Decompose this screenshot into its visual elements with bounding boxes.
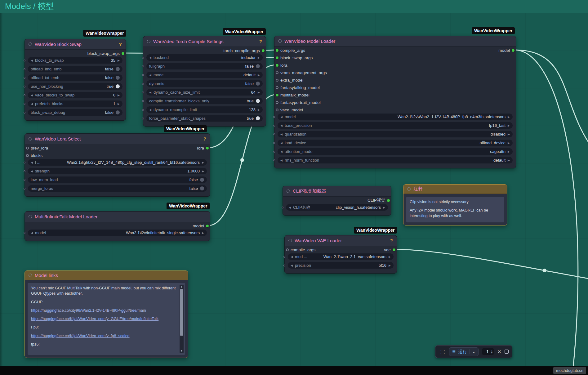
decrement-arrow-icon[interactable]: ◀ xyxy=(149,74,151,77)
toggle-widget[interactable]: offload_img_embfalse xyxy=(28,66,122,72)
collapse-dot[interactable] xyxy=(288,239,292,242)
input-dot[interactable] xyxy=(276,71,278,74)
output-dot[interactable] xyxy=(206,225,209,227)
collapse-dot[interactable] xyxy=(278,39,282,43)
widget-input-dot[interactable] xyxy=(142,65,144,67)
increment-arrow-icon[interactable]: ▶ xyxy=(508,133,510,136)
input-dot[interactable] xyxy=(26,154,29,157)
toggle-knob[interactable] xyxy=(256,82,260,86)
drag-handle-icon[interactable]: ⋮⋮ xyxy=(439,349,446,354)
decrement-arrow-icon[interactable]: ◀ xyxy=(289,206,291,209)
decrement-arrow-icon[interactable]: ◀ xyxy=(280,141,283,145)
toggle-knob[interactable] xyxy=(200,178,204,182)
toggle-widget[interactable]: merge_lorasfalse xyxy=(28,185,207,192)
input-dot[interactable] xyxy=(276,94,278,96)
input-dot[interactable] xyxy=(26,147,29,150)
combo-widget[interactable]: ◀quantizationdisabled▶ xyxy=(278,131,513,137)
toggle-widget[interactable]: use_non_blockingtrue xyxy=(28,83,122,90)
widget-input-dot[interactable] xyxy=(273,116,275,118)
widget-input-dot[interactable] xyxy=(273,133,275,135)
close-icon[interactable]: ✕ xyxy=(497,349,501,355)
widget-input-dot[interactable] xyxy=(142,74,144,76)
scroll-down-icon[interactable]: ▼ xyxy=(180,349,184,353)
widget-input-dot[interactable] xyxy=(24,232,25,234)
widget-input-dot[interactable] xyxy=(24,77,25,79)
widget-input-dot[interactable] xyxy=(24,188,25,190)
increment-arrow-icon[interactable]: ▶ xyxy=(202,161,204,164)
widget-input-dot[interactable] xyxy=(142,57,144,59)
widget-input-dot[interactable] xyxy=(282,207,283,208)
combo-widget[interactable]: ◀attention_modesageattn▶ xyxy=(278,148,513,155)
combo-widget[interactable]: ◀mod ...Wan_2.1\wan_2.1_vae.safetensors▶ xyxy=(288,253,394,260)
collapse-dot[interactable] xyxy=(29,137,32,141)
widget-input-dot[interactable] xyxy=(273,159,275,161)
scroll-thumb[interactable] xyxy=(180,289,183,336)
stepper-down-icon[interactable]: ▾ xyxy=(491,352,492,354)
combo-widget[interactable]: ◀vace_blocks_to_swap0▶ xyxy=(28,92,122,98)
decrement-arrow-icon[interactable]: ◀ xyxy=(280,124,283,127)
toggle-knob[interactable] xyxy=(116,67,120,71)
widget-input-dot[interactable] xyxy=(283,265,285,266)
widget-input-dot[interactable] xyxy=(24,179,25,181)
decrement-arrow-icon[interactable]: ◀ xyxy=(31,59,33,62)
decrement-arrow-icon[interactable]: ◀ xyxy=(291,255,293,258)
node-header[interactable]: CLIP视觉加载器 xyxy=(283,186,391,197)
input-slot[interactable]: blocks xyxy=(26,153,42,158)
input-slot[interactable]: prev_lora xyxy=(26,146,48,150)
input-slot[interactable]: multitalk_model xyxy=(276,93,310,97)
node-wanvideo-lora-select[interactable]: WanVideo Lora Select?prev_loralorablocks… xyxy=(24,133,210,197)
widget-input-dot[interactable] xyxy=(24,86,25,87)
toggle-knob[interactable] xyxy=(116,110,120,114)
note-link[interactable]: https://huggingface.co/city96/Wan2.1-I2V… xyxy=(31,308,176,313)
combo-widget[interactable]: ◀precisionbf16▶ xyxy=(288,262,394,269)
toggle-widget[interactable]: dynamicfalse xyxy=(146,80,263,87)
widget-input-dot[interactable] xyxy=(24,103,25,105)
node-note[interactable]: 注释Clip vision is not strictly necessaryA… xyxy=(403,184,507,225)
increment-arrow-icon[interactable]: ▶ xyxy=(202,170,204,173)
combo-widget[interactable]: ◀modedefault▶ xyxy=(146,72,263,78)
node-header[interactable]: Multi/InfiniteTalk Model Loader xyxy=(25,212,210,222)
widget-input-dot[interactable] xyxy=(142,109,144,111)
output-slot[interactable]: block_swap_args xyxy=(87,51,124,56)
widget-input-dot[interactable] xyxy=(142,92,144,93)
run-button[interactable]: ≣ 运行 ⌄ xyxy=(449,347,479,356)
increment-arrow-icon[interactable]: ▶ xyxy=(389,255,391,258)
node-header[interactable]: WanVideo VAE Loader? xyxy=(285,235,397,246)
collapse-dot[interactable] xyxy=(407,187,411,191)
input-dot[interactable] xyxy=(276,49,278,52)
combo-widget[interactable]: ◀rms_norm_functiondefault▶ xyxy=(278,157,513,163)
increment-arrow-icon[interactable]: ▶ xyxy=(258,108,260,111)
decrement-arrow-icon[interactable]: ◀ xyxy=(291,264,293,267)
decrement-arrow-icon[interactable]: ◀ xyxy=(31,102,33,105)
collapse-dot[interactable] xyxy=(29,215,32,218)
increment-arrow-icon[interactable]: ▶ xyxy=(383,206,385,209)
output-slot[interactable]: model xyxy=(498,48,514,53)
increment-arrow-icon[interactable]: ▶ xyxy=(118,94,120,97)
node-header[interactable]: WanVideo Lora Select? xyxy=(25,134,210,144)
collapse-dot[interactable] xyxy=(147,40,150,43)
input-slot[interactable]: compile_args xyxy=(276,48,305,53)
toggle-widget[interactable]: compile_transformer_blocks_onlytrue xyxy=(146,98,263,104)
widget-input-dot[interactable] xyxy=(24,68,25,70)
scroll-up-icon[interactable]: ▲ xyxy=(180,285,184,289)
input-dot[interactable] xyxy=(276,86,278,89)
input-slot[interactable]: fantasytalking_model xyxy=(276,85,320,90)
widget-input-dot[interactable] xyxy=(142,83,144,85)
widget-input-dot[interactable] xyxy=(273,151,275,153)
decrement-arrow-icon[interactable]: ◀ xyxy=(280,159,283,162)
input-dot[interactable] xyxy=(276,101,278,104)
node-wanvideo-model-loader[interactable]: WanVideo Model Loadercompile_argsmodelbl… xyxy=(274,36,516,168)
widget-input-dot[interactable] xyxy=(283,256,285,258)
help-icon[interactable]: ? xyxy=(390,238,393,243)
decrement-arrow-icon[interactable]: ◀ xyxy=(31,94,33,97)
input-dot[interactable] xyxy=(276,64,278,67)
input-slot[interactable]: fantasyportrait_model xyxy=(276,100,321,105)
decrement-arrow-icon[interactable]: ◀ xyxy=(31,231,33,234)
increment-arrow-icon[interactable]: ▶ xyxy=(508,115,510,118)
collapse-dot[interactable] xyxy=(29,274,32,277)
input-slot[interactable]: vram_management_args xyxy=(276,70,327,75)
increment-arrow-icon[interactable]: ▶ xyxy=(508,141,510,145)
decrement-arrow-icon[interactable]: ◀ xyxy=(149,56,151,59)
input-slot[interactable]: compile_args xyxy=(286,248,315,252)
node-header[interactable]: WanVideo Block Swap? xyxy=(25,39,126,50)
